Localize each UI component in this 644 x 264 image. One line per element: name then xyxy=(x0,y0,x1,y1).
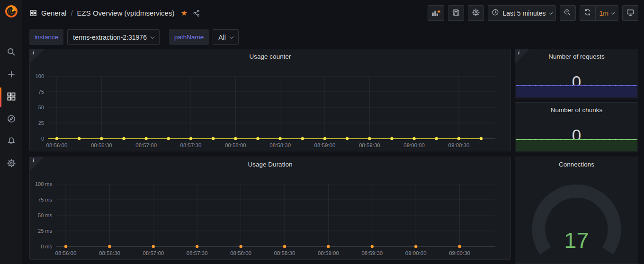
svg-text:08:57:30: 08:57:30 xyxy=(180,142,202,148)
stat-sparkline xyxy=(516,139,637,151)
chevron-down-icon xyxy=(548,10,552,14)
svg-text:08:56:00: 08:56:00 xyxy=(55,250,77,256)
gauge-value: 17 xyxy=(515,227,638,253)
refresh-picker: 1m xyxy=(580,5,618,21)
panel-title[interactable]: Connections xyxy=(515,157,638,171)
svg-text:08:57:00: 08:57:00 xyxy=(143,250,164,256)
sidebar-item-configuration[interactable] xyxy=(0,153,22,175)
template-variables-row: instance terms-extraction-2:31976 pathNa… xyxy=(29,29,239,45)
refresh-interval-dropdown[interactable]: 1m xyxy=(595,6,618,20)
svg-text:25 ms: 25 ms xyxy=(38,228,52,234)
panel-title[interactable]: Usage counter xyxy=(30,49,510,63)
svg-text:08:58:00: 08:58:00 xyxy=(230,250,251,256)
share-icon[interactable] xyxy=(193,9,200,17)
svg-text:100 ms: 100 ms xyxy=(35,181,53,187)
svg-text:08:59:00: 08:59:00 xyxy=(318,250,339,256)
time-range-label: Last 5 minutes xyxy=(502,9,546,17)
cycle-view-mode-button[interactable] xyxy=(622,5,638,21)
breadcrumb: General / EZS Overview (vptdmservices) ★ xyxy=(30,9,200,18)
svg-text:09:00:00: 09:00:00 xyxy=(405,250,427,256)
svg-text:0 ms: 0 ms xyxy=(41,244,52,249)
star-icon[interactable]: ★ xyxy=(180,9,187,18)
chevron-down-icon xyxy=(611,10,615,14)
sidebar-item-explore[interactable] xyxy=(0,108,22,131)
svg-text:08:57:30: 08:57:30 xyxy=(187,250,208,256)
svg-text:08:59:30: 08:59:30 xyxy=(361,250,383,256)
variable-instance-value: terms-extraction-2:31976 xyxy=(73,34,147,41)
variable-instance: instance terms-extraction-2:31976 xyxy=(29,29,160,45)
variable-pathname-label: pathName xyxy=(169,29,209,45)
save-dashboard-button[interactable] xyxy=(448,5,464,21)
search-icon xyxy=(7,47,16,59)
svg-text:50: 50 xyxy=(38,105,44,110)
panel-info-corner[interactable]: i xyxy=(30,157,44,171)
dashboard-grid-icon xyxy=(30,9,37,17)
svg-text:75: 75 xyxy=(38,89,44,95)
stat-sparkline xyxy=(516,85,637,97)
svg-text:09:00:30: 09:00:30 xyxy=(449,250,470,256)
breadcrumb-separator: / xyxy=(71,9,72,17)
svg-text:75 ms: 75 ms xyxy=(38,197,52,202)
svg-text:100: 100 xyxy=(36,73,44,79)
configuration-gear-icon xyxy=(7,158,16,170)
add-panel-button[interactable] xyxy=(428,5,444,21)
plus-icon xyxy=(7,70,16,81)
usage-counter-chart[interactable]: 025507510008:56:0008:56:3008:57:0008:57:… xyxy=(30,49,510,151)
panel-connections: Connections 17 xyxy=(515,157,638,264)
dashboard-settings-button[interactable] xyxy=(468,5,484,21)
chevron-down-icon xyxy=(151,35,154,38)
refresh-icon xyxy=(584,9,591,18)
clock-icon xyxy=(492,9,499,18)
svg-text:50 ms: 50 ms xyxy=(38,212,52,218)
chevron-down-icon xyxy=(230,35,233,38)
top-navbar: General / EZS Overview (vptdmservices) ★ xyxy=(22,0,644,26)
breadcrumb-section[interactable]: General xyxy=(41,9,66,17)
svg-text:08:56:00: 08:56:00 xyxy=(46,142,68,148)
usage-duration-chart[interactable]: 0 ms25 ms50 ms75 ms100 ms08:56:0008:56:3… xyxy=(30,157,510,259)
sidebar xyxy=(0,0,22,264)
gear-icon xyxy=(472,8,480,18)
refresh-button[interactable] xyxy=(580,6,595,20)
svg-text:09:00:00: 09:00:00 xyxy=(403,142,425,148)
sidebar-item-create[interactable] xyxy=(0,64,22,86)
zoom-out-time-button[interactable] xyxy=(560,5,576,21)
sidebar-item-alerting[interactable] xyxy=(0,131,22,153)
refresh-interval-label: 1m xyxy=(599,9,608,17)
svg-text:08:59:30: 08:59:30 xyxy=(359,142,380,148)
variable-pathname: pathName All xyxy=(169,29,239,45)
info-icon: i xyxy=(33,158,34,163)
svg-text:08:58:00: 08:58:00 xyxy=(225,142,246,148)
monitor-icon xyxy=(626,9,635,18)
panel-usage-duration: i Usage Duration 0 ms25 ms50 ms75 ms100 … xyxy=(29,157,511,260)
panel-number-of-requests: i Number of requests 0 xyxy=(515,49,638,98)
panel-number-of-chunks: Number of chunks 0 xyxy=(515,102,638,152)
dashboards-icon xyxy=(7,92,16,103)
svg-text:08:56:30: 08:56:30 xyxy=(91,142,112,148)
alerting-bell-icon xyxy=(7,136,16,148)
sidebar-item-search[interactable] xyxy=(0,42,22,64)
dashboard-toolbar: Last 5 minutes xyxy=(428,5,638,21)
zoom-out-icon xyxy=(564,9,572,18)
explore-compass-icon xyxy=(7,114,16,125)
panel-title[interactable]: Usage Duration xyxy=(30,157,510,171)
info-icon: i xyxy=(33,50,34,55)
panel-title[interactable]: Number of requests xyxy=(515,49,638,63)
panel-usage-counter: i Usage counter 025507510008:56:0008:56:… xyxy=(29,49,511,151)
svg-text:08:58:30: 08:58:30 xyxy=(269,142,291,148)
variable-instance-dropdown[interactable]: terms-extraction-2:31976 xyxy=(67,29,160,45)
variable-instance-label: instance xyxy=(29,29,63,45)
svg-text:0: 0 xyxy=(41,136,44,141)
svg-text:08:57:00: 08:57:00 xyxy=(135,142,157,148)
time-range-picker[interactable]: Last 5 minutes xyxy=(488,5,555,21)
grafana-app: General / EZS Overview (vptdmservices) ★ xyxy=(0,0,644,264)
sidebar-nav xyxy=(0,42,22,175)
panel-info-corner[interactable]: i xyxy=(30,49,44,63)
save-icon xyxy=(452,9,460,18)
sidebar-item-dashboards[interactable] xyxy=(0,86,22,108)
breadcrumb-dashboard-title[interactable]: EZS Overview (vptdmservices) xyxy=(77,9,175,17)
panel-title[interactable]: Number of chunks xyxy=(515,103,638,117)
variable-pathname-value: All xyxy=(218,34,226,41)
panel-info-corner[interactable]: i xyxy=(515,49,529,63)
grafana-logo-icon[interactable] xyxy=(0,0,22,22)
variable-pathname-dropdown[interactable]: All xyxy=(213,29,239,45)
